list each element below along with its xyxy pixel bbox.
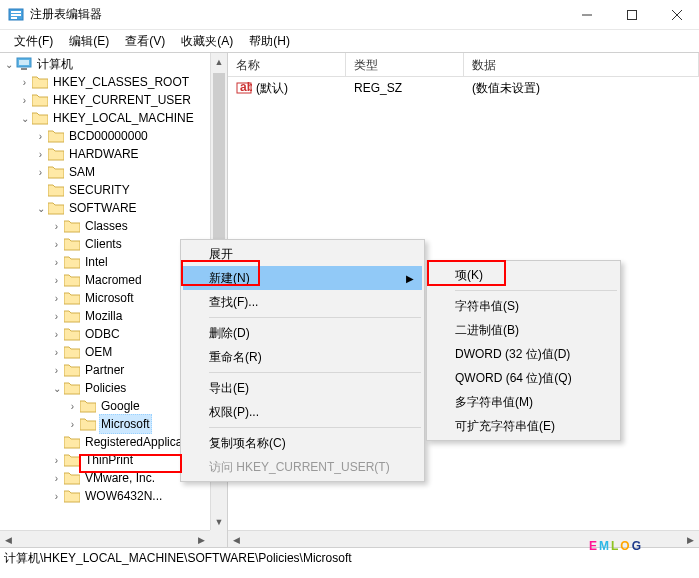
list-scrollbar-horizontal[interactable]: ◀ ▶ (228, 530, 699, 547)
value-name: (默认) (256, 80, 288, 97)
col-data[interactable]: 数据 (464, 53, 699, 76)
folder-icon (64, 381, 80, 395)
chevron-down-icon[interactable]: ⌄ (18, 112, 31, 125)
scroll-left-icon[interactable]: ◀ (228, 531, 245, 548)
folder-icon (64, 291, 80, 305)
statusbar: 计算机\HKEY_LOCAL_MACHINE\SOFTWARE\Policies… (0, 547, 699, 569)
tree-item-classes[interactable]: ›Classes (2, 217, 227, 235)
window-controls (564, 0, 699, 30)
computer-icon (16, 57, 32, 71)
ctx-new-dword[interactable]: DWORD (32 位)值(D) (429, 342, 618, 366)
ctx-new-string[interactable]: 字符串值(S) (429, 294, 618, 318)
separator (209, 427, 421, 428)
menu-edit[interactable]: 编辑(E) (61, 31, 117, 52)
ctx-permissions[interactable]: 权限(P)... (183, 400, 422, 424)
tree-item-hkcu[interactable]: ›HKEY_CURRENT_USER (2, 91, 227, 109)
chevron-right-icon[interactable]: › (66, 400, 79, 413)
chevron-right-icon[interactable]: › (34, 148, 47, 161)
value-type: REG_SZ (346, 79, 464, 97)
folder-icon (32, 111, 48, 125)
menu-view[interactable]: 查看(V) (117, 31, 173, 52)
ctx-new-qword[interactable]: QWORD (64 位)值(Q) (429, 366, 618, 390)
chevron-right-icon[interactable]: › (50, 328, 63, 341)
close-button[interactable] (654, 0, 699, 30)
scroll-left-icon[interactable]: ◀ (0, 531, 17, 547)
ctx-goto-hkcu[interactable]: 访问 HKEY_CURRENT_USER(T) (183, 455, 422, 479)
folder-icon (64, 255, 80, 269)
chevron-right-icon[interactable]: › (50, 256, 63, 269)
ctx-rename[interactable]: 重命名(R) (183, 345, 422, 369)
tree-item-sam[interactable]: ›SAM (2, 163, 227, 181)
chevron-right-icon[interactable]: › (50, 472, 63, 485)
ctx-delete[interactable]: 删除(D) (183, 321, 422, 345)
context-submenu-new: 项(K) 字符串值(S) 二进制值(B) DWORD (32 位)值(D) QW… (426, 260, 621, 441)
chevron-right-icon[interactable]: › (50, 220, 63, 233)
chevron-down-icon[interactable]: ⌄ (50, 382, 63, 395)
chevron-right-icon[interactable]: › (34, 166, 47, 179)
chevron-down-icon[interactable]: ⌄ (2, 58, 15, 71)
tree-item-hkcr[interactable]: ›HKEY_CLASSES_ROOT (2, 73, 227, 91)
app-icon (8, 7, 24, 23)
scroll-right-icon[interactable]: ▶ (193, 531, 210, 547)
ctx-new[interactable]: 新建(N)▶ (183, 266, 422, 290)
context-menu: 展开 新建(N)▶ 查找(F)... 删除(D) 重命名(R) 导出(E) 权限… (180, 239, 425, 482)
scroll-thumb[interactable] (213, 73, 225, 253)
col-name[interactable]: 名称 (228, 53, 346, 76)
chevron-right-icon[interactable]: › (18, 76, 31, 89)
ctx-export[interactable]: 导出(E) (183, 376, 422, 400)
ctx-new-expandstring[interactable]: 可扩充字符串值(E) (429, 414, 618, 438)
folder-icon (32, 93, 48, 107)
tree-scrollbar-horizontal[interactable]: ◀ ▶ (0, 530, 210, 547)
scroll-up-icon[interactable]: ▲ (211, 53, 227, 70)
chevron-right-icon[interactable]: › (50, 310, 63, 323)
col-type[interactable]: 类型 (346, 53, 464, 76)
ctx-new-key[interactable]: 项(K) (429, 263, 618, 287)
tree-item-wow6432[interactable]: ›WOW6432N... (2, 487, 227, 505)
tree-item-hklm[interactable]: ⌄HKEY_LOCAL_MACHINE (2, 109, 227, 127)
maximize-button[interactable] (609, 0, 654, 30)
chevron-right-icon[interactable]: › (50, 364, 63, 377)
chevron-right-icon[interactable]: › (34, 130, 47, 143)
scrollbar-corner (210, 530, 227, 547)
window-title: 注册表编辑器 (30, 6, 564, 23)
folder-icon (64, 219, 80, 233)
tree-item-bcd[interactable]: ›BCD00000000 (2, 127, 227, 145)
titlebar: 注册表编辑器 (0, 0, 699, 30)
menu-help[interactable]: 帮助(H) (241, 31, 298, 52)
scroll-right-icon[interactable]: ▶ (682, 531, 699, 548)
chevron-right-icon[interactable]: › (50, 346, 63, 359)
list-row[interactable]: ab (默认) REG_SZ (数值未设置) (228, 77, 699, 97)
chevron-right-icon[interactable]: › (50, 274, 63, 287)
folder-icon (48, 201, 64, 215)
chevron-right-icon[interactable]: › (50, 238, 63, 251)
tree-item-computer[interactable]: ⌄计算机 (2, 55, 227, 73)
svg-text:ab: ab (240, 80, 252, 94)
tree-item-security[interactable]: SECURITY (2, 181, 227, 199)
separator (209, 317, 421, 318)
folder-icon (64, 273, 80, 287)
ctx-find[interactable]: 查找(F)... (183, 290, 422, 314)
chevron-right-icon[interactable]: › (18, 94, 31, 107)
tree-item-hardware[interactable]: ›HARDWARE (2, 145, 227, 163)
folder-icon (48, 183, 64, 197)
menu-favorites[interactable]: 收藏夹(A) (173, 31, 241, 52)
chevron-down-icon[interactable]: ⌄ (34, 202, 47, 215)
ctx-new-multistring[interactable]: 多字符串值(M) (429, 390, 618, 414)
tree-item-software[interactable]: ⌄SOFTWARE (2, 199, 227, 217)
scroll-down-icon[interactable]: ▼ (211, 513, 227, 530)
chevron-right-icon[interactable]: › (66, 418, 79, 431)
chevron-right-icon[interactable]: › (50, 292, 63, 305)
svg-rect-9 (19, 60, 29, 65)
svg-rect-5 (627, 10, 636, 19)
folder-icon (64, 309, 80, 323)
folder-icon (64, 435, 80, 449)
chevron-right-icon[interactable]: › (50, 490, 63, 503)
menu-file[interactable]: 文件(F) (6, 31, 61, 52)
ctx-new-binary[interactable]: 二进制值(B) (429, 318, 618, 342)
ctx-expand[interactable]: 展开 (183, 242, 422, 266)
folder-icon (48, 147, 64, 161)
minimize-button[interactable] (564, 0, 609, 30)
ctx-copy-key-name[interactable]: 复制项名称(C) (183, 431, 422, 455)
svg-rect-1 (11, 11, 21, 13)
chevron-right-icon[interactable]: › (50, 454, 63, 467)
